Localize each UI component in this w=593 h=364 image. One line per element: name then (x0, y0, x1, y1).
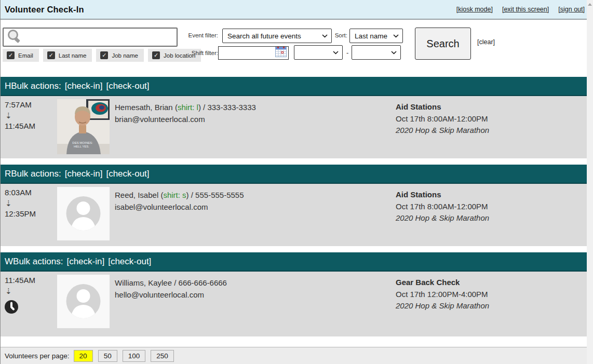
check-times-column: 11:45AM⇣ (1, 272, 57, 336)
volunteer-name: Reed, Isabel (115, 191, 158, 199)
shift-filter-label: Shift filter: (185, 50, 218, 56)
kiosk-mode-link[interactable]: [kiosk mode] (456, 6, 493, 13)
down-dashed-arrow-icon: ⇣ (5, 199, 57, 208)
sort-value: Last name (355, 32, 387, 40)
volunteer-email: isabel@volunteerlocal.com (115, 201, 396, 213)
volunteer-phone: 666-666-6666 (179, 278, 227, 287)
svg-text:HELL YES.: HELL YES. (74, 145, 89, 148)
event-filter-label: Event filter: (185, 32, 218, 38)
search-field-toggle[interactable]: ✓Last name (43, 49, 92, 62)
scrollbar-up-arrow-icon[interactable] (588, 3, 592, 6)
volunteer-phone: 555-555-5555 (195, 191, 244, 199)
shirt-size: shirt: s (163, 191, 186, 199)
page-title: Volunteer Check-In (5, 5, 84, 15)
group-letter-label: R (5, 169, 11, 179)
volunteer-photo: DES MOINES:HELL YES. (57, 96, 110, 158)
section-header: RBulk actions:[check-in][check-out] (1, 165, 593, 184)
bulk-action-links: [check-in][check-out] (65, 81, 150, 91)
job-info: Gear Back CheckOct 17th 12:00PM-4:00PM20… (396, 272, 593, 336)
checkbox-checked-icon[interactable]: ✓ (152, 51, 160, 59)
event-filter-select[interactable]: Search all future events (222, 29, 332, 43)
svg-text:DES MOINES:: DES MOINES: (72, 141, 93, 144)
chevron-down-icon (391, 51, 397, 55)
shirt-size: shirt: l (178, 103, 198, 112)
per-page-option[interactable]: 50 (98, 350, 117, 362)
search-button[interactable]: Search (415, 28, 471, 60)
check-in-time: 8:03AM (5, 188, 57, 197)
search-field-toggle[interactable]: ✓Email (3, 49, 39, 62)
volunteer-photo (57, 272, 110, 336)
bulk-check-out-link[interactable]: [check-out] (108, 257, 151, 267)
clear-link[interactable]: [clear] (477, 38, 495, 46)
volunteer-row: 7:57AM⇣11:45AMDES MOINES:HELL YES.Hemesa… (1, 96, 593, 158)
section-header: WBulk actions:[check-in][check-out] (1, 252, 593, 272)
per-page-option[interactable]: 100 (123, 350, 146, 362)
toggle-label: Job name (112, 52, 138, 59)
calendar-icon[interactable] (275, 47, 287, 59)
job-name: Aid Stations (396, 101, 593, 113)
event-name: 2020 Hop & Skip Marathon (396, 125, 593, 137)
per-page-option[interactable]: 250 (151, 350, 174, 362)
filter-panel: ✓Email✓Last name✓Job name✓Job location E… (1, 20, 593, 77)
event-name: 2020 Hop & Skip Marathon (396, 300, 593, 312)
bulk-check-in-link[interactable]: [check-in] (65, 81, 103, 91)
per-page-options: 2050100250 (74, 350, 174, 362)
shift-time: Oct 17th 8:00AM-12:00PM (396, 113, 593, 125)
bulk-check-out-link[interactable]: [check-out] (106, 169, 149, 179)
bulk-actions-label: Bulk actions: (13, 257, 63, 267)
check-in-time: 11:45AM (5, 276, 57, 285)
check-in-time: 7:57AM (5, 100, 57, 110)
volunteer-contact: Williams, Kaylee / 666-666-6666hello@vol… (110, 272, 396, 336)
vertical-scrollbar[interactable] (587, 0, 593, 364)
volunteer-row: 8:03AM⇣12:35PMReed, Isabel (shirt: s) / … (1, 184, 593, 246)
check-out-time: 11:45AM (5, 122, 57, 131)
sort-select[interactable]: Last name (349, 29, 403, 43)
bulk-check-in-link[interactable]: [check-in] (65, 169, 103, 179)
header-links: [kiosk mode] [exit this screen] [sign ou… (456, 6, 585, 13)
shift-range-separator: - (346, 49, 348, 57)
search-input[interactable] (23, 29, 177, 46)
shift-date-input[interactable] (218, 46, 289, 60)
bulk-check-out-link[interactable]: [check-out] (106, 81, 149, 91)
toggle-label: Email (18, 52, 33, 59)
down-dashed-arrow-icon: ⇣ (5, 287, 57, 296)
volunteer-email: brian@volunteerlocal.com (115, 113, 396, 125)
checkbox-checked-icon[interactable]: ✓ (47, 51, 55, 59)
per-page-option[interactable]: 20 (74, 350, 93, 362)
chevron-down-icon (393, 34, 399, 38)
down-dashed-arrow-icon: ⇣ (5, 111, 57, 120)
shift-to-select[interactable] (352, 45, 401, 60)
volunteer-row: 11:45AM⇣Williams, Kaylee / 666-666-6666h… (1, 272, 593, 336)
volunteer-name: Williams, Kaylee (115, 278, 172, 287)
search-field-toggle[interactable]: ✓Job name (96, 49, 144, 62)
checkbox-checked-icon[interactable]: ✓ (100, 51, 108, 59)
job-name: Aid Stations (396, 189, 593, 201)
volunteer-name-line: Reed, Isabel (shirt: s) / 555-555-5555 (115, 189, 396, 201)
bulk-action-links: [check-in][check-out] (65, 169, 150, 179)
exit-this-screen-link[interactable]: [exit this screen] (502, 6, 549, 13)
bulk-action-links: [check-in][check-out] (66, 257, 151, 267)
section-header: HBulk actions:[check-in][check-out] (1, 77, 593, 96)
check-out-time: 12:35PM (5, 209, 57, 219)
volunteer-checkin-screen: Volunteer Check-In [kiosk mode] [exit th… (0, 0, 593, 364)
group-letter-label: H (5, 81, 11, 91)
bulk-actions-label: Bulk actions: (11, 169, 61, 179)
event-name: 2020 Hop & Skip Marathon (396, 212, 593, 224)
volunteer-name-line: Williams, Kaylee / 666-666-6666 (115, 277, 396, 289)
volunteer-name-line: Hemesath, Brian (shirt: l) / 333-333-333… (115, 101, 396, 113)
volunteer-phone: 333-333-3333 (207, 103, 255, 112)
search-field-toggles: ✓Email✓Last name✓Job name✓Job location (3, 49, 201, 62)
event-filter-value: Search all future events (227, 32, 301, 40)
pending-checkout-clock-icon[interactable] (5, 300, 57, 316)
chevron-down-icon (333, 51, 339, 55)
sign-out-link[interactable]: [sign out] (558, 6, 585, 13)
bulk-actions-label: Bulk actions: (11, 81, 61, 91)
shift-from-select[interactable] (294, 45, 343, 60)
volunteer-email: hello@volunteerlocal.com (115, 289, 396, 301)
volunteer-name: Hemesath, Brian (115, 103, 173, 112)
check-times-column: 8:03AM⇣12:35PM (1, 184, 57, 246)
volunteer-contact: Hemesath, Brian (shirt: l) / 333-333-333… (110, 96, 396, 158)
checkbox-checked-icon[interactable]: ✓ (7, 51, 15, 59)
pagination-footer: Volunteers per page: 2050100250 (1, 347, 587, 364)
bulk-check-in-link[interactable]: [check-in] (66, 257, 104, 267)
